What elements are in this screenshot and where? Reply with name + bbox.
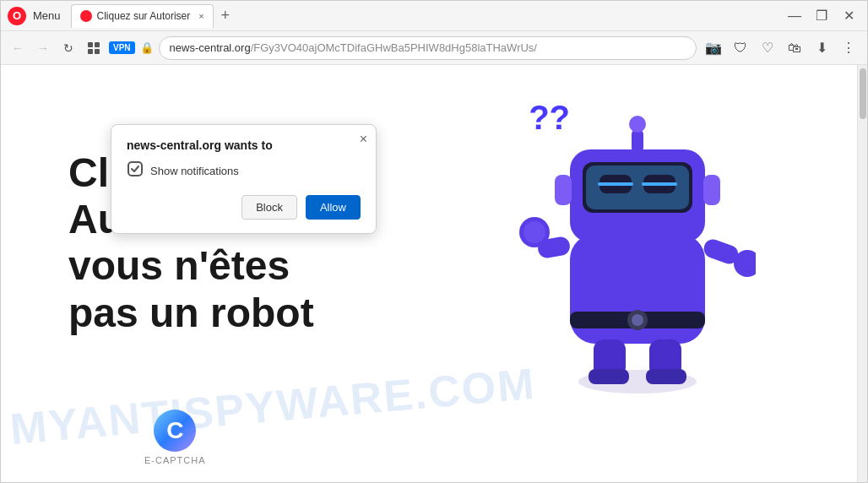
svg-point-14 bbox=[632, 314, 643, 326]
lock-icon: 🔒 bbox=[140, 41, 154, 54]
download-icon[interactable]: ⬇ bbox=[810, 36, 833, 60]
tab-bar: Cliquez sur Autoriser × + bbox=[71, 4, 776, 28]
url-path: /FGy3VO40ajOMcTDifaGHwBa5PHIW8dHg58laTHa… bbox=[251, 41, 537, 54]
content-wrapper: MYANTISPYWARE.COM Cliquez sur Autoriser … bbox=[1, 65, 867, 482]
heart-icon[interactable]: ♡ bbox=[756, 36, 779, 60]
svg-rect-22 bbox=[589, 369, 629, 384]
maximize-button[interactable]: ❐ bbox=[810, 4, 833, 28]
grid-button[interactable] bbox=[84, 38, 104, 58]
new-tab-button[interactable]: + bbox=[215, 6, 236, 26]
camera-icon[interactable]: 📷 bbox=[702, 36, 725, 60]
svg-point-17 bbox=[524, 221, 545, 243]
scrollbar-thumb[interactable] bbox=[860, 68, 866, 119]
popup-title: news-central.org wants to bbox=[127, 138, 361, 152]
reload-button[interactable]: ↻ bbox=[58, 38, 79, 58]
notification-icon bbox=[127, 160, 144, 182]
captcha-c-icon: C bbox=[154, 410, 196, 452]
vpn-badge[interactable]: VPN bbox=[109, 41, 135, 54]
toolbar-icons: 📷 🛡 ♡ 🛍 ⬇ ⋮ bbox=[702, 36, 860, 60]
popup-buttons: Block Allow bbox=[127, 195, 361, 220]
svg-rect-10 bbox=[632, 129, 643, 153]
svg-point-11 bbox=[629, 116, 646, 133]
menu-dots-icon[interactable]: ⋮ bbox=[837, 36, 860, 60]
page-content: MYANTISPYWARE.COM Cliquez sur Autoriser … bbox=[1, 65, 857, 482]
window-controls: — ❐ ✕ bbox=[783, 4, 860, 28]
scrollbar[interactable] bbox=[857, 65, 867, 482]
tab-favicon bbox=[80, 10, 92, 22]
captcha-logo: C E-CAPTCHA bbox=[144, 410, 206, 465]
popup-notification-row: Show notifications bbox=[127, 160, 361, 182]
opera-logo[interactable]: O bbox=[8, 7, 26, 25]
svg-rect-26 bbox=[128, 162, 142, 176]
shield-icon[interactable]: 🛡 bbox=[729, 36, 752, 60]
forward-button[interactable]: → bbox=[33, 38, 53, 58]
tab-close-icon[interactable]: × bbox=[198, 11, 203, 21]
close-button[interactable]: ✕ bbox=[837, 4, 860, 28]
captcha-label: E-CAPTCHA bbox=[144, 455, 206, 465]
notification-popup: × news-central.org wants to Show notific… bbox=[111, 124, 377, 234]
back-button[interactable]: ← bbox=[8, 38, 28, 58]
url-domain: news-central.org bbox=[170, 41, 251, 54]
address-bar: ← → ↻ VPN 🔒 news-central.org /FGy3VO40aj… bbox=[1, 31, 867, 65]
notification-text: Show notifications bbox=[150, 165, 239, 177]
block-button[interactable]: Block bbox=[241, 195, 297, 220]
question-marks: ?? bbox=[529, 99, 570, 137]
allow-button[interactable]: Allow bbox=[306, 195, 361, 220]
svg-rect-25 bbox=[703, 175, 720, 205]
watermark: MYANTISPYWARE.COM bbox=[8, 358, 538, 454]
main-text-line3: vous n'êtes bbox=[68, 242, 314, 289]
svg-rect-23 bbox=[646, 369, 686, 384]
svg-rect-24 bbox=[555, 175, 572, 205]
bag-icon[interactable]: 🛍 bbox=[783, 36, 806, 60]
minimize-button[interactable]: — bbox=[783, 4, 806, 28]
active-tab[interactable]: Cliquez sur Autoriser × bbox=[71, 4, 214, 28]
url-field[interactable]: news-central.org /FGy3VO40ajOMcTDifaGHwB… bbox=[159, 36, 697, 60]
title-bar: O Menu Cliquez sur Autoriser × + — ❐ ✕ bbox=[1, 1, 867, 31]
grid-icon bbox=[88, 42, 100, 54]
menu-label[interactable]: Menu bbox=[33, 9, 61, 22]
browser-window: O Menu Cliquez sur Autoriser × + — ❐ ✕ ←… bbox=[0, 0, 868, 483]
main-text-line4: pas un robot bbox=[68, 290, 314, 336]
popup-close-icon[interactable]: × bbox=[360, 132, 367, 147]
tab-label: Cliquez sur Autoriser bbox=[97, 10, 191, 22]
robot-illustration: ?? bbox=[519, 82, 756, 403]
